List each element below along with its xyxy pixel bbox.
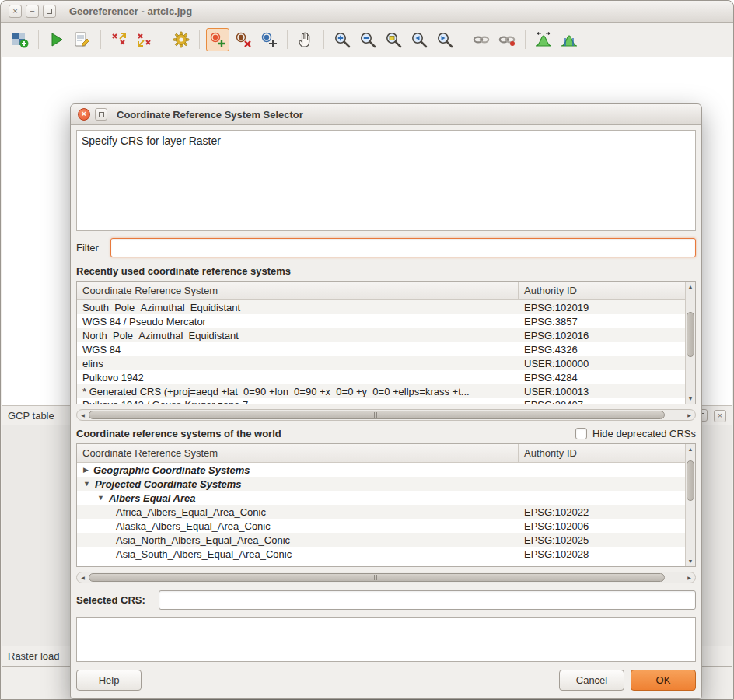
dialog-maximize-icon[interactable]: [95, 108, 107, 121]
table-row[interactable]: North_Pole_Azimuthal_EquidistantEPSG:102…: [77, 328, 685, 342]
filter-label: Filter: [76, 242, 110, 254]
scrollbar-track[interactable]: [89, 410, 683, 420]
cancel-button[interactable]: Cancel: [559, 670, 624, 691]
scroll-up-icon[interactable]: ▲: [686, 444, 695, 454]
authority-id: EPSG:28407: [519, 398, 685, 404]
collapsed-arrow-icon[interactable]: ▶: [83, 466, 89, 474]
link-qgis-to-georeferencer-icon[interactable]: [495, 28, 519, 51]
gcp-table-title: GCP table: [8, 410, 54, 422]
scrollbar-thumb[interactable]: [687, 312, 694, 357]
column-header-authority-id[interactable]: Authority ID: [519, 282, 685, 299]
tree-group-row[interactable]: ▼Albers Equal Area: [77, 491, 685, 505]
close-panel-icon[interactable]: ×: [714, 410, 726, 422]
table-row[interactable]: Asia_South_Albers_Equal_Area_ConicEPSG:1…: [77, 547, 685, 561]
tree-group-row[interactable]: ▶Geographic Coordinate Systems: [77, 463, 685, 477]
transformation-settings-gear-icon[interactable]: [170, 28, 193, 51]
zoom-out-icon[interactable]: [356, 28, 379, 51]
table-row[interactable]: Asia_North_Albers_Equal_Area_ConicEPSG:1…: [77, 533, 685, 547]
delete-point-icon[interactable]: [232, 28, 255, 51]
scrollbar-track[interactable]: [89, 572, 683, 583]
help-button[interactable]: Help: [76, 670, 142, 691]
scroll-left-icon[interactable]: ◀: [77, 572, 89, 583]
column-header-crs-name[interactable]: Coordinate Reference System: [77, 282, 519, 299]
expanded-arrow-icon[interactable]: ▼: [97, 494, 104, 502]
authority-id: EPSG:102006: [519, 520, 685, 532]
scroll-down-icon[interactable]: ▼: [686, 556, 695, 566]
window-close-icon[interactable]: ×: [9, 5, 22, 18]
scrollbar-thumb[interactable]: [89, 573, 665, 582]
link-georeferencer-to-qgis-icon[interactable]: [470, 28, 493, 51]
table-row[interactable]: elinsUSER:100000: [77, 356, 685, 370]
vertical-scrollbar[interactable]: ▲ ▼: [685, 444, 695, 566]
table-row[interactable]: Pulkovo 1942EPSG:4284: [77, 370, 685, 384]
dialog-close-icon[interactable]: ×: [78, 108, 90, 121]
zoom-in-icon[interactable]: [330, 28, 354, 51]
histogram-local-stretch-icon[interactable]: [557, 28, 581, 51]
scrollbar-thumb[interactable]: [89, 411, 665, 419]
gdal-script-icon[interactable]: [71, 28, 94, 51]
window-titlebar: × − Georeferencer - artcic.jpg: [1, 1, 733, 23]
scroll-right-icon[interactable]: ▶: [683, 572, 695, 583]
expanded-arrow-icon[interactable]: ▼: [83, 480, 90, 488]
selected-crs-input[interactable]: [159, 590, 696, 610]
crs-name: Geographic Coordinate Systems: [93, 464, 250, 476]
move-point-icon[interactable]: [257, 28, 281, 51]
authority-id: EPSG:102025: [519, 534, 685, 546]
thumb-grip: [374, 412, 379, 418]
hide-deprecated-checkbox[interactable]: [575, 428, 587, 439]
authority-id: EPSG:4284: [519, 372, 685, 383]
world-header-row: Coordinate reference systems of the worl…: [76, 428, 696, 439]
dialog-title: Coordinate Reference System Selector: [117, 109, 303, 121]
horizontal-scrollbar[interactable]: ◀ ▶: [76, 409, 696, 421]
table-row[interactable]: WGS 84EPSG:4326: [77, 342, 685, 356]
start-georeferencing-icon[interactable]: [45, 28, 68, 51]
table-row[interactable]: Pulkovo 1942 / Gauss-Kruger zone 7EPSG:2…: [77, 398, 685, 404]
crs-name: Africa_Albers_Equal_Area_Conic: [116, 506, 266, 518]
horizontal-scrollbar[interactable]: ◀ ▶: [76, 572, 696, 583]
add-point-icon[interactable]: [206, 28, 229, 51]
table-row[interactable]: Alaska_Albers_Equal_Area_ConicEPSG:10200…: [77, 519, 685, 533]
toolbar: [1, 23, 733, 56]
status-text: Raster load: [8, 650, 59, 662]
scroll-up-icon[interactable]: ▲: [686, 282, 695, 292]
authority-id: EPSG:4326: [519, 344, 685, 355]
zoom-last-icon[interactable]: [407, 28, 431, 51]
column-header-crs-name[interactable]: Coordinate Reference System: [77, 444, 519, 462]
crs-name: South_Pole_Azimuthal_Equidistant: [82, 302, 240, 313]
selected-crs-row: Selected CRS:: [76, 590, 696, 610]
tree-group-row[interactable]: ▼Projected Coordinate Systems: [77, 477, 685, 491]
ok-button[interactable]: OK: [631, 670, 696, 691]
zoom-next-icon[interactable]: [433, 28, 456, 51]
table-row[interactable]: WGS 84 / Pseudo MercatorEPSG:3857: [77, 314, 685, 328]
table-row[interactable]: Africa_Albers_Equal_Area_ConicEPSG:10202…: [77, 505, 685, 519]
thumb-grip: [374, 575, 379, 580]
scroll-down-icon[interactable]: ▼: [686, 394, 695, 404]
load-gcp-points-icon[interactable]: [107, 28, 131, 51]
scrollbar-track[interactable]: [686, 454, 695, 556]
histogram-full-stretch-icon[interactable]: [532, 28, 555, 51]
table-row[interactable]: * Generated CRS (+proj=aeqd +lat_0=90 +l…: [77, 384, 685, 398]
column-header-authority-id[interactable]: Authority ID: [519, 444, 685, 462]
open-raster-icon[interactable]: [9, 28, 32, 51]
zoom-to-layer-icon[interactable]: [382, 28, 405, 51]
crs-name: Alaska_Albers_Equal_Area_Conic: [116, 520, 271, 532]
crs-message-text: Specify CRS for layer Raster: [82, 135, 221, 147]
vertical-scrollbar[interactable]: ▲ ▼: [685, 282, 695, 404]
scroll-right-icon[interactable]: ▶: [683, 410, 695, 420]
window-maximize-icon[interactable]: [43, 5, 56, 18]
toolbar-separator: [199, 30, 200, 49]
save-gcp-points-icon[interactable]: [133, 28, 156, 51]
hide-deprecated-row[interactable]: Hide deprecated CRSs: [575, 428, 696, 439]
scroll-left-icon[interactable]: ◀: [77, 410, 89, 420]
crs-message-box: Specify CRS for layer Raster: [76, 130, 696, 231]
dialog-titlebar: × Coordinate Reference System Selector: [71, 104, 701, 125]
table-row[interactable]: South_Pole_Azimuthal_EquidistantEPSG:102…: [77, 300, 685, 314]
pan-icon[interactable]: [294, 28, 317, 51]
filter-input[interactable]: [110, 238, 696, 257]
window-minimize-icon[interactable]: −: [26, 5, 39, 18]
authority-id: EPSG:3857: [519, 316, 685, 327]
maximize-glyph: [47, 9, 52, 14]
scrollbar-track[interactable]: [686, 292, 695, 394]
scrollbar-thumb[interactable]: [687, 460, 694, 501]
crs-name: Projected Coordinate Systems: [95, 478, 242, 490]
